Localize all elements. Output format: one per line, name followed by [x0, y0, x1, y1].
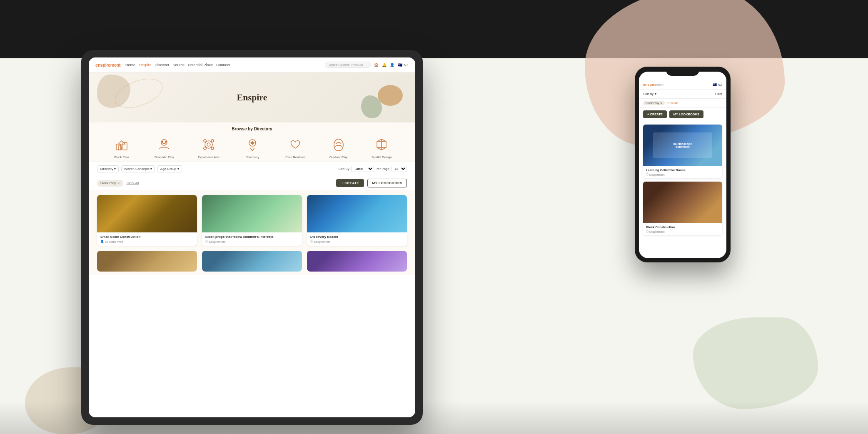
phone-sort-button[interactable]: Sort by ▾ [643, 92, 656, 96]
card-1-image [97, 195, 197, 232]
nav-source[interactable]: Source [172, 63, 185, 67]
tablet-device: enspirement Home Enspire Discover Source… [81, 50, 423, 425]
per-page-label: Per Page [376, 167, 389, 171]
directory-dropdown[interactable]: Directory ▾ [97, 165, 119, 172]
dir-item-dramatic-play[interactable]: Dramatic Play [155, 135, 174, 159]
care-routines-icon [286, 135, 304, 154]
scene: enspirement Home Enspire Discover Source… [0, 0, 868, 434]
phone-card-1-author: ⬡ Enspirement [646, 173, 719, 176]
nav-discover[interactable]: Discover [155, 63, 169, 67]
phone-author-2-icon: ⬡ [646, 230, 649, 233]
phone-card-2[interactable]: Block Construction ⬡ Enspirement [643, 182, 722, 235]
nav-enspire[interactable]: Enspire [139, 63, 152, 67]
phone-logo-rest: nspire [645, 82, 656, 87]
card-2-body: Block props that follow children's inter… [202, 232, 302, 246]
svg-point-10 [211, 140, 214, 142]
user-icon[interactable]: 👤 [390, 63, 394, 67]
card-1-author-name: Michelle Pratt [105, 240, 123, 243]
partial-card-2 [202, 251, 302, 272]
phone-sort-chevron: ▾ [655, 92, 656, 96]
card-2-author-icon: ⬡ [205, 240, 208, 243]
hero-title: Enspire [237, 92, 267, 103]
card-2-image [202, 195, 302, 232]
card-3[interactable]: Discovery Basket ⬡ Enspirement [307, 195, 407, 246]
nav-connect[interactable]: Connect [216, 63, 230, 67]
age-group-dropdown[interactable]: Age Group ▾ [157, 165, 182, 172]
nav-potential-place[interactable]: Potential Place [188, 63, 213, 67]
phone-region-code: NZ [718, 83, 722, 87]
card-2[interactable]: Block props that follow children's inter… [202, 195, 302, 246]
tablet-screen: enspirement Home Enspire Discover Source… [89, 57, 415, 417]
svg-point-11 [204, 147, 206, 150]
card-3-author: ⬡ Enspirement [310, 240, 404, 243]
phone-create-button[interactable]: + CREATE [643, 110, 667, 118]
dir-label-care-routines: Care Routines [285, 155, 305, 159]
phone-lookbooks-button[interactable]: MY LOOKBOOKS [669, 110, 703, 118]
phone-card-1-title: Learning Collective Nouns [646, 168, 719, 172]
dir-label-outdoor-play: Outdoor Play [329, 155, 348, 159]
dir-item-spatial-design[interactable]: Spatial Design [372, 135, 392, 159]
home-icon[interactable]: 🏠 [374, 63, 379, 67]
phone-logo-suffix: ment [656, 83, 663, 86]
outdoor-play-icon [329, 135, 348, 154]
card-1[interactable]: Small Scale Construction 👤 Michelle Prat… [97, 195, 197, 246]
directory-icons: Block Play Dramatic Play E [97, 135, 407, 159]
dramatic-play-icon [155, 135, 173, 154]
dir-item-discovery[interactable]: Discovery [243, 135, 262, 159]
tag-close-icon[interactable]: × [117, 181, 120, 185]
phone-card-2-image [643, 182, 722, 223]
dir-item-outdoor-play[interactable]: Outdoor Play [329, 135, 348, 159]
lookbooks-button[interactable]: MY LOOKBOOKS [367, 179, 407, 187]
browse-section: Browse by Directory Block Play [89, 122, 415, 162]
woven-concepts-dropdown[interactable]: Woven Concepts ▾ [121, 165, 155, 172]
phone-filter-label: Filter [715, 92, 722, 96]
phone-card-1-body: Learning Collective Nouns ⬡ Enspirement [643, 166, 722, 178]
spatial-design-icon [372, 135, 391, 154]
per-page-select[interactable]: 12 24 48 [391, 166, 407, 172]
expressive-arts-icon [200, 135, 218, 154]
region-flag[interactable]: 🇳🇿 NZ [398, 63, 409, 67]
search-input[interactable]: Search Zones, Product [325, 62, 371, 68]
phone-sort-bar: Sort by ▾ Filter [639, 90, 726, 99]
card-2-author-name: Enspirement [209, 240, 225, 243]
svg-point-5 [162, 141, 163, 142]
svg-point-6 [165, 141, 167, 142]
clear-all-button[interactable]: Clear All [127, 181, 139, 185]
partial-card-3 [307, 251, 407, 272]
dir-label-block-play: Block Play [114, 155, 129, 159]
woven-concepts-label: Woven Concepts [124, 167, 150, 171]
svg-rect-2 [118, 146, 122, 150]
hero-blob2 [378, 85, 403, 106]
nav-home[interactable]: Home [125, 63, 135, 67]
sort-select[interactable]: Latest Oldest Popular [351, 166, 374, 172]
block-play-icon [112, 135, 131, 154]
sort-by-label: Sort By [338, 167, 349, 171]
partial-card-1 [97, 251, 197, 272]
bell-icon[interactable]: 🔔 [382, 63, 387, 67]
phone-screen: enspirement 🇳🇿 NZ Sort by ▾ Filter [639, 72, 726, 258]
woven-concepts-chevron: ▾ [150, 167, 152, 171]
phone-author-icon: ⬡ [646, 173, 649, 176]
create-button[interactable]: + CREATE [336, 179, 364, 187]
phone-tag-block-play: Block Play × [643, 101, 665, 105]
card-2-author: ⬡ Enspirement [205, 240, 299, 243]
partial-row [89, 251, 415, 275]
phone-content: kaleidoscopebutterflies Learning Collect… [639, 121, 726, 242]
phone-clear-button[interactable]: Clear All [667, 102, 678, 105]
phone-card-1-image: kaleidoscopebutterflies [643, 125, 722, 166]
phone-card-1[interactable]: kaleidoscopebutterflies Learning Collect… [643, 125, 722, 178]
tag-block-play: Block Play × [97, 180, 123, 187]
dir-item-care-routines[interactable]: Care Routines [285, 135, 305, 159]
dir-label-expressive-arts: Expressive Arts [198, 155, 219, 159]
dir-item-expressive-arts[interactable]: Expressive Arts [198, 135, 219, 159]
tags-bar: Block Play × Clear All + CREATE MY LOOKB… [89, 176, 415, 190]
phone-tag-close[interactable]: × [661, 102, 662, 105]
phone-notch [666, 67, 699, 76]
card-3-title: Discovery Basket [310, 235, 404, 239]
phone-filter-button[interactable]: Filter [715, 92, 722, 96]
dir-item-block-play[interactable]: Block Play [112, 135, 131, 159]
phone-region: 🇳🇿 NZ [713, 83, 722, 87]
phone-author-name: Enspirement [649, 173, 665, 176]
card-1-author-icon: 👤 [100, 240, 104, 243]
tablet-nav: enspirement Home Enspire Discover Source… [89, 57, 415, 72]
